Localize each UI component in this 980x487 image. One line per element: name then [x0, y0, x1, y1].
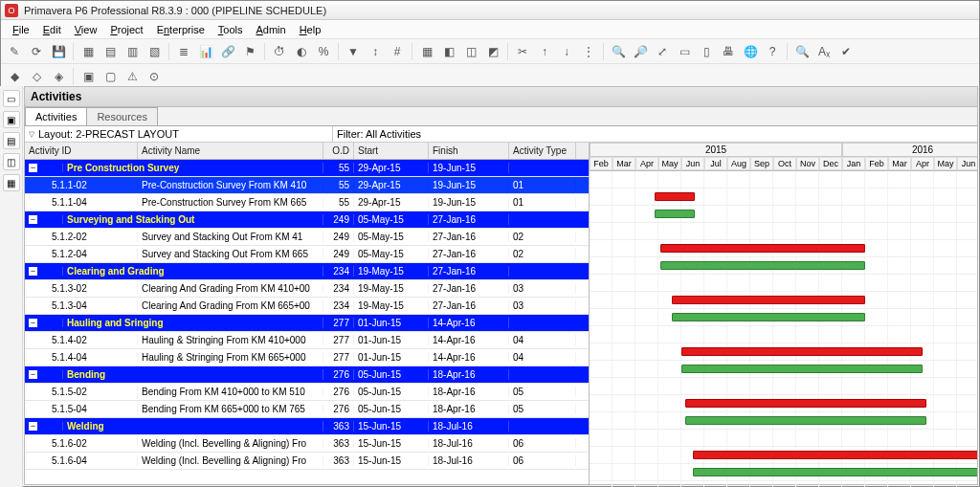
- group-row[interactable]: −Clearing and Grading23419-May-1527-Jan-…: [25, 263, 589, 280]
- wbs-icon[interactable]: ▦: [3, 174, 20, 191]
- menu-project[interactable]: Project: [104, 22, 148, 37]
- collapse-icon[interactable]: −: [29, 164, 37, 172]
- wbs-icon[interactable]: ▦: [417, 42, 436, 61]
- menu-edit[interactable]: Edit: [37, 22, 67, 37]
- gantt-bar[interactable]: [685, 416, 926, 425]
- tab-resources[interactable]: Resources: [86, 107, 158, 125]
- projects-icon[interactable]: ▭: [3, 90, 20, 107]
- col-type[interactable]: Activity Type: [509, 143, 576, 159]
- tool2a-icon[interactable]: ◆: [5, 67, 24, 86]
- reports-icon[interactable]: ▤: [3, 132, 20, 149]
- col-finish[interactable]: Finish: [429, 143, 509, 159]
- activity-row[interactable]: 5.1.2-02Survey and Stacking Out From KM …: [25, 229, 589, 246]
- col-activity-id[interactable]: Activity ID: [25, 143, 138, 159]
- menu-help[interactable]: Help: [294, 22, 327, 37]
- group-row[interactable]: −Surveying and Stacking Out24905-May-152…: [25, 211, 589, 229]
- gantt-bar[interactable]: [660, 261, 865, 270]
- activity-row[interactable]: 5.1.1-02Pre-Construction Survey From KM …: [25, 177, 589, 194]
- hash-icon[interactable]: #: [388, 42, 407, 61]
- menu-enterprise[interactable]: Enterprise: [151, 22, 211, 37]
- gantt-bar[interactable]: [672, 313, 865, 321]
- percent-icon[interactable]: %: [314, 42, 333, 61]
- expand-icon[interactable]: ◩: [483, 42, 502, 61]
- critical-icon[interactable]: ⚑: [240, 42, 259, 61]
- tool2b-icon[interactable]: ◇: [27, 67, 46, 86]
- ax-icon[interactable]: Aᵪ: [814, 42, 834, 61]
- activity-row[interactable]: 5.1.5-02Bending From KM 410+000 to KM 51…: [25, 384, 589, 401]
- help-icon[interactable]: ?: [763, 42, 782, 61]
- bars-icon[interactable]: ≣: [174, 42, 193, 61]
- collapse-icon[interactable]: −: [29, 319, 37, 327]
- tool-icon[interactable]: ✎: [5, 42, 24, 61]
- tab-activities[interactable]: Activities: [25, 107, 87, 125]
- gantt-bar[interactable]: [681, 365, 923, 373]
- globe-icon[interactable]: 🌐: [741, 42, 760, 61]
- zoom-out-icon[interactable]: 🔎: [631, 42, 650, 61]
- group-row[interactable]: −Bending27605-Jun-1518-Apr-16: [25, 366, 589, 384]
- collapse-icon[interactable]: ◫: [461, 42, 480, 61]
- zoom-in-icon[interactable]: 🔍: [609, 42, 628, 61]
- activity-row[interactable]: 5.1.6-04Welding (Incl. Bevelling & Align…: [25, 453, 589, 470]
- tracking-icon[interactable]: ◫: [3, 153, 20, 170]
- sort-icon[interactable]: ↕: [366, 42, 385, 61]
- page-icon[interactable]: ▭: [675, 42, 694, 61]
- menu-view[interactable]: View: [69, 22, 103, 37]
- tool2f-icon[interactable]: ⚠: [122, 67, 142, 86]
- print-icon[interactable]: 🖶: [719, 42, 738, 61]
- chart-icon[interactable]: 📊: [196, 42, 215, 61]
- schedule-icon[interactable]: ⏱: [270, 42, 289, 61]
- collapse-icon[interactable]: −: [29, 215, 37, 224]
- filter-icon[interactable]: ▼: [344, 42, 363, 61]
- save-icon[interactable]: 💾: [49, 42, 68, 61]
- dots-icon[interactable]: ⋮: [579, 42, 598, 61]
- activity-row[interactable]: 5.1.3-04Clearing And Grading From KM 665…: [25, 298, 589, 315]
- gantt-bar[interactable]: [685, 399, 926, 408]
- group-row[interactable]: −Welding36315-Jun-1518-Jul-16: [25, 418, 589, 435]
- tool2g-icon[interactable]: ⊙: [145, 67, 164, 86]
- activity-row[interactable]: 5.1.4-02Hauling & Stringing From KM 410+…: [25, 332, 589, 349]
- col-start[interactable]: Start: [354, 143, 429, 159]
- gantt-body[interactable]: [590, 171, 977, 487]
- collapse-icon[interactable]: −: [29, 267, 37, 276]
- activity-row[interactable]: 5.1.4-04Hauling & Stringing From KM 665+…: [25, 349, 589, 366]
- resources-icon[interactable]: ▣: [3, 111, 20, 128]
- gantt-bar[interactable]: [655, 210, 695, 218]
- arrow-down-icon[interactable]: ↓: [557, 42, 576, 61]
- menu-file[interactable]: File: [7, 22, 35, 37]
- progress-icon[interactable]: ◐: [292, 42, 311, 61]
- cut-icon[interactable]: ✂: [513, 42, 532, 61]
- activity-row[interactable]: 5.1.2-04Survey and Stacking Out From KM …: [25, 246, 589, 263]
- group-row[interactable]: −Hauling and Sringing27701-Jun-1514-Apr-…: [25, 315, 589, 332]
- menu-admin[interactable]: Admin: [250, 22, 291, 37]
- menu-tools[interactable]: Tools: [212, 22, 249, 37]
- gantt-bar[interactable]: [693, 468, 977, 476]
- refresh-icon[interactable]: ⟳: [27, 42, 46, 61]
- gantt-bar[interactable]: [672, 296, 865, 304]
- group-row[interactable]: −Pre Construction Survey5529-Apr-1519-Ju…: [25, 160, 589, 177]
- activity-row[interactable]: 5.1.1-04Pre-Construction Survey From KM …: [25, 194, 589, 211]
- grid2-icon[interactable]: ▤: [100, 42, 120, 61]
- find-icon[interactable]: 🔍: [792, 42, 812, 61]
- col-activity-name[interactable]: Activity Name: [138, 143, 323, 159]
- collapse-icon[interactable]: −: [29, 370, 37, 379]
- layout-selector[interactable]: ▽ Layout: 2-PRECAST LAYOUT: [25, 126, 333, 142]
- grid-body[interactable]: −Pre Construction Survey5529-Apr-1519-Ju…: [25, 160, 589, 487]
- grid4-icon[interactable]: ▧: [145, 42, 164, 61]
- link-icon[interactable]: 🔗: [218, 42, 237, 61]
- grid3-icon[interactable]: ▥: [122, 42, 142, 61]
- arrow-up-icon[interactable]: ↑: [535, 42, 554, 61]
- activity-row[interactable]: 5.1.5-04Bending From KM 665+000 to KM 76…: [25, 401, 589, 418]
- activity-row[interactable]: 5.1.3-02Clearing And Grading From KM 410…: [25, 280, 589, 298]
- tool2e-icon[interactable]: ▢: [100, 67, 120, 86]
- gantt-bar[interactable]: [655, 192, 695, 201]
- columns-icon[interactable]: ▯: [697, 42, 716, 61]
- fit-icon[interactable]: ⤢: [653, 42, 672, 61]
- col-od[interactable]: O.D: [323, 143, 354, 159]
- collapse-icon[interactable]: −: [29, 422, 37, 431]
- grid-icon[interactable]: ▦: [78, 42, 98, 61]
- gantt-bar[interactable]: [681, 347, 923, 356]
- spell-icon[interactable]: ✔: [836, 42, 856, 61]
- activity-row[interactable]: 5.1.6-02Welding (Incl. Bevelling & Align…: [25, 435, 589, 453]
- tool2d-icon[interactable]: ▣: [78, 67, 98, 86]
- gantt-bar[interactable]: [660, 244, 865, 253]
